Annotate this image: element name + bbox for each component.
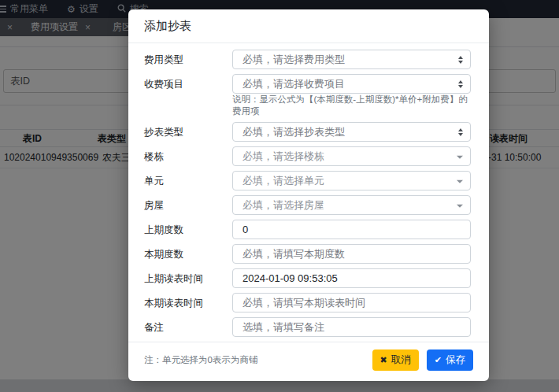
chevron-down-icon — [457, 179, 463, 183]
unit-select[interactable]: 必填，请选择单元 — [232, 171, 471, 190]
select-value: 必填，请选择收费项目 — [242, 77, 345, 91]
unit-label: 单元 — [144, 171, 232, 188]
chevron-down-icon — [457, 204, 463, 207]
building-label: 楼栋 — [144, 146, 232, 164]
current-read-time-input[interactable] — [232, 293, 471, 312]
updown-caret-icon — [458, 128, 463, 136]
unit-zero-note: 注：单元选择为0表示为商铺 — [144, 354, 257, 366]
prev-read-time-label: 上期读表时间 — [144, 268, 232, 286]
charge-item-label: 收费项目 — [144, 74, 232, 91]
cancel-button[interactable]: ✖ 取消 — [372, 349, 419, 371]
fee-type-select[interactable]: 必填，请选择费用类型 — [232, 50, 471, 69]
updown-caret-icon — [458, 80, 463, 88]
select-value: 必填，请选择费用类型 — [242, 53, 345, 67]
meter-read-type-select[interactable]: 必填，请选择抄表类型 — [232, 122, 471, 142]
current-reading-label: 本期度数 — [144, 244, 232, 261]
prev-reading-input[interactable] — [232, 220, 471, 239]
meter-read-type-label: 抄表类型 — [144, 122, 232, 139]
building-select[interactable]: 必填，请选择楼栋 — [232, 146, 471, 166]
select-value: 必填，请选择单元 — [242, 174, 324, 188]
prev-read-time-input[interactable] — [232, 268, 471, 288]
check-icon: ✔ — [435, 356, 442, 364]
form-row: 楼栋 必填，请选择楼栋 — [144, 146, 473, 166]
select-value: 必填，请选择抄表类型 — [242, 125, 345, 139]
current-read-time-label: 本期读表时间 — [144, 293, 232, 310]
cancel-button-label: 取消 — [391, 353, 411, 367]
form-row: 抄表类型 必填，请选择抄表类型 — [144, 122, 473, 142]
form-row: 收费项目 必填，请选择收费项目 — [144, 74, 473, 94]
x-icon: ✖ — [380, 356, 387, 364]
house-select[interactable]: 必填，请选择房屋 — [232, 195, 471, 215]
modal-body: 费用类型 必填，请选择费用类型 收费项目 必填，请选择收费项目 说明：显示公式为… — [128, 43, 489, 337]
form-row: 本期读表时间 — [144, 293, 473, 312]
updown-caret-icon — [458, 56, 463, 64]
house-label: 房屋 — [144, 195, 232, 213]
prev-reading-label: 上期度数 — [144, 220, 232, 237]
form-row: 房屋 必填，请选择房屋 — [144, 195, 473, 215]
form-row: 单元 必填，请选择单元 — [144, 171, 473, 190]
modal-footer: 注：单元选择为0表示为商铺 ✖ 取消 ✔ 保存 — [128, 342, 489, 381]
app-screen: 常用菜单 ⚙ 设置 搜索 × 费用项设置 × 房区收费 × 抄表 表ID 1-1… — [0, 0, 559, 392]
chevron-down-icon — [457, 155, 463, 158]
form-row: 上期读表时间 — [144, 268, 473, 288]
save-button-label: 保存 — [446, 353, 465, 367]
add-meter-reading-modal: 添加抄表 费用类型 必填，请选择费用类型 收费项目 必填，请选择收费项目 说明：… — [128, 9, 489, 381]
fee-type-label: 费用类型 — [144, 50, 232, 67]
charge-item-help-text: 说明：显示公式为【(本期度数-上期度数)*单价+附加费】的费用项 — [232, 94, 473, 117]
form-row: 本期度数 — [144, 244, 473, 264]
select-value: 必填，请选择楼栋 — [242, 150, 324, 164]
form-row: 费用类型 必填，请选择费用类型 — [144, 50, 473, 69]
remark-label: 备注 — [144, 317, 232, 335]
charge-item-select[interactable]: 必填，请选择收费项目 — [232, 74, 471, 94]
current-reading-input[interactable] — [232, 244, 471, 264]
save-button[interactable]: ✔ 保存 — [427, 349, 473, 371]
form-row: 备注 — [144, 317, 473, 337]
modal-title: 添加抄表 — [128, 9, 489, 43]
remark-input[interactable] — [232, 317, 471, 337]
select-value: 必填，请选择房屋 — [242, 198, 324, 213]
form-row: 上期度数 — [144, 220, 473, 239]
